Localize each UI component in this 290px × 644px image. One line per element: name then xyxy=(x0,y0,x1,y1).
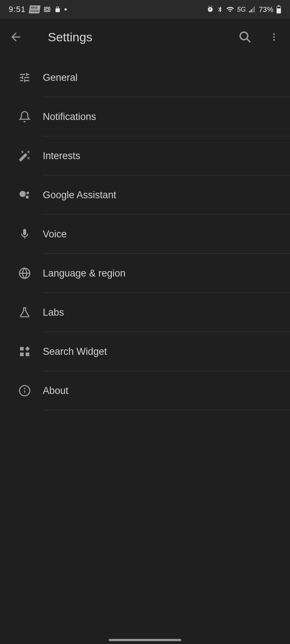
network-label: 5G xyxy=(237,6,246,13)
flask-icon xyxy=(17,305,32,320)
settings-item-label: Notifications xyxy=(43,111,96,122)
svg-rect-15 xyxy=(20,353,24,356)
settings-item-label: About xyxy=(43,385,69,396)
settings-item-general[interactable]: General xyxy=(0,58,290,97)
settings-item-label: Google Assistant xyxy=(43,190,116,201)
notification-dot-icon xyxy=(65,8,67,11)
webtoon-icon: WEBTOON xyxy=(29,5,40,13)
svg-rect-3 xyxy=(278,5,280,6)
svg-point-6 xyxy=(273,33,275,35)
svg-point-8 xyxy=(273,39,275,41)
settings-item-label: Voice xyxy=(43,229,67,240)
svg-rect-4 xyxy=(277,7,281,8)
bluetooth-icon xyxy=(217,6,223,13)
wifi-icon xyxy=(226,5,234,13)
back-button[interactable] xyxy=(6,27,26,47)
settings-item-search-widget[interactable]: Search Widget xyxy=(0,332,290,371)
battery-percent: 73% xyxy=(259,5,273,14)
wand-icon xyxy=(17,149,32,163)
settings-item-language[interactable]: Language & region xyxy=(0,254,290,293)
app-bar: Settings xyxy=(0,19,290,55)
lock-icon xyxy=(54,6,61,13)
nav-handle[interactable] xyxy=(109,639,181,641)
settings-item-label: Labs xyxy=(43,307,64,318)
svg-point-10 xyxy=(26,192,29,194)
svg-point-7 xyxy=(273,36,275,38)
status-left: 9:51 WEBTOON xyxy=(9,5,67,14)
settings-item-label: Search Widget xyxy=(43,346,107,357)
settings-item-labs[interactable]: Labs xyxy=(0,293,290,332)
settings-item-voice[interactable]: Voice xyxy=(0,215,290,254)
status-time: 9:51 xyxy=(9,5,26,14)
settings-item-notifications[interactable]: Notifications xyxy=(0,97,290,136)
svg-rect-14 xyxy=(20,347,24,350)
assistant-icon xyxy=(17,188,32,202)
widget-icon xyxy=(17,344,32,359)
tune-icon xyxy=(17,70,32,85)
alarm-icon xyxy=(207,6,214,13)
settings-item-about[interactable]: About xyxy=(0,371,290,410)
settings-item-assistant[interactable]: Google Assistant xyxy=(0,175,290,215)
page-title: Settings xyxy=(48,30,226,44)
svg-rect-16 xyxy=(26,353,29,356)
cast-icon xyxy=(44,6,51,13)
status-bar: 9:51 WEBTOON 5G 73% xyxy=(0,0,290,19)
mic-icon xyxy=(17,227,32,241)
settings-item-label: General xyxy=(43,72,78,83)
svg-rect-1 xyxy=(46,9,49,11)
svg-point-9 xyxy=(20,191,26,197)
svg-rect-0 xyxy=(44,7,50,12)
info-icon xyxy=(17,383,32,398)
settings-list: General Notifications Interests Google A… xyxy=(0,55,290,410)
svg-point-19 xyxy=(24,389,25,389)
settings-item-label: Interests xyxy=(43,150,80,162)
svg-point-11 xyxy=(26,195,29,199)
settings-item-label: Language & region xyxy=(43,268,125,279)
search-button[interactable] xyxy=(235,27,255,47)
more-menu-button[interactable] xyxy=(264,27,284,47)
status-right: 5G 73% xyxy=(207,5,281,14)
signal-icon xyxy=(249,6,256,13)
globe-icon xyxy=(17,266,32,281)
battery-icon xyxy=(276,5,281,13)
bell-icon xyxy=(17,109,32,124)
settings-item-interests[interactable]: Interests xyxy=(0,136,290,175)
